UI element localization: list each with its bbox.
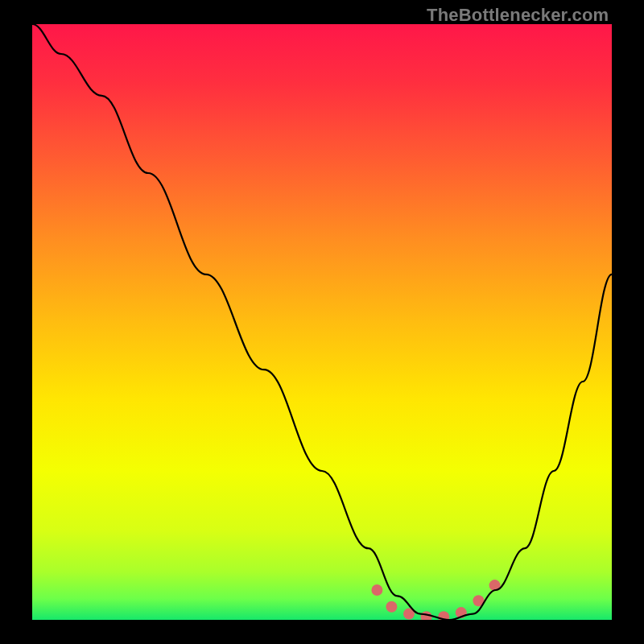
gradient-background <box>32 24 612 620</box>
chart-svg <box>32 24 612 620</box>
watermark-text: TheBottlenecker.com <box>427 5 609 26</box>
svg-point-0 <box>371 584 382 596</box>
svg-point-1 <box>386 601 397 613</box>
plot-area <box>32 24 612 620</box>
frame: TheBottlenecker.com <box>0 0 644 644</box>
